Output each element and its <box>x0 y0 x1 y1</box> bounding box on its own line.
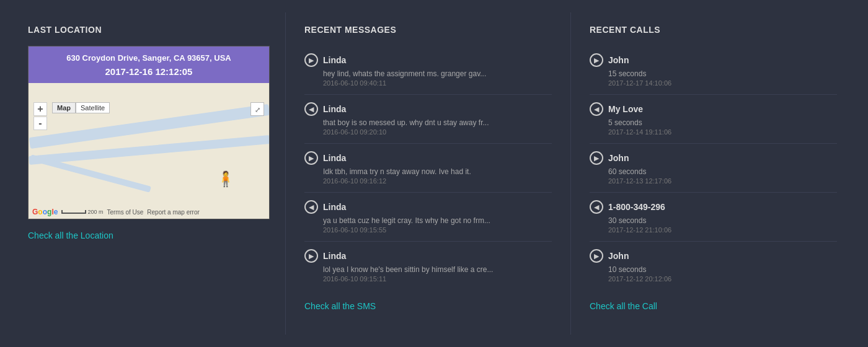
call-duration: 30 seconds <box>608 216 837 225</box>
call-direction-icon: ◀ <box>590 102 603 116</box>
call-direction-icon: ◀ <box>590 200 603 214</box>
message-time: 2016-06-10 09:20:10 <box>323 128 552 136</box>
map-zoom-controls: + - <box>33 102 47 130</box>
messages-panel: RECENT MESSAGES ▶ Linda hey lind, whats … <box>286 12 571 335</box>
call-item-header: ▶ John <box>590 249 837 263</box>
message-contact-name: Linda <box>323 153 346 163</box>
message-direction-icon: ▶ <box>304 249 318 263</box>
calls-panel: RECENT CALLS ▶ John 15 seconds 2017-12-1… <box>571 12 856 335</box>
call-duration: 10 seconds <box>608 265 837 274</box>
call-item-header: ▶ John <box>590 151 837 165</box>
google-logo: Google <box>32 208 58 216</box>
message-time: 2016-06-10 09:15:11 <box>323 275 552 283</box>
message-item-header: ◀ Linda <box>304 102 552 116</box>
call-time: 2017-12-17 14:10:06 <box>608 79 837 87</box>
call-contact-name: 1-800-349-296 <box>608 202 665 212</box>
call-item-header: ◀ 1-800-349-296 <box>590 200 837 214</box>
message-time: 2016-06-10 09:15:55 <box>323 226 552 234</box>
message-text: hey lind, whats the assignment ms. grang… <box>323 69 552 78</box>
map-address-box: 630 Croydon Drive, Sanger, CA 93657, USA… <box>29 46 269 83</box>
map-report[interactable]: Report a map error <box>147 209 199 216</box>
message-item: ◀ Linda ya u betta cuz he legit cray. It… <box>304 193 552 242</box>
call-duration: 60 seconds <box>608 167 837 176</box>
message-text: ya u betta cuz he legit cray. Its why he… <box>323 216 552 225</box>
call-item: ▶ John 60 seconds 2017-12-13 12:17:06 <box>590 144 837 193</box>
map-footer: Google 200 m Terms of Use Report a map e… <box>32 208 200 216</box>
check-call-link[interactable]: Check all the Call <box>590 301 657 311</box>
call-contact-name: My Love <box>608 104 643 114</box>
main-container: LAST LOCATION 630 Croydon Drive, Sanger,… <box>0 0 868 347</box>
message-contact-name: Linda <box>323 55 346 65</box>
message-contact-name: Linda <box>323 202 346 212</box>
map-address: 630 Croydon Drive, Sanger, CA 93657, USA <box>36 53 262 64</box>
calls-list: ▶ John 15 seconds 2017-12-17 14:10:06 ◀ … <box>590 46 837 290</box>
call-item-header: ▶ John <box>590 53 837 67</box>
message-direction-icon: ▶ <box>304 151 318 165</box>
call-contact-name: John <box>608 153 629 163</box>
map-expand-button[interactable]: ⤢ <box>250 102 264 116</box>
call-item: ◀ 1-800-349-296 30 seconds 2017-12-12 21… <box>590 193 837 242</box>
map-wrapper: 630 Croydon Drive, Sanger, CA 93657, USA… <box>28 46 270 219</box>
call-item: ◀ My Love 5 seconds 2017-12-14 19:11:06 <box>590 95 837 144</box>
call-time: 2017-12-12 20:12:06 <box>608 275 837 283</box>
message-text: lol yea I know he's been sittin by himse… <box>323 265 552 274</box>
messages-panel-title: RECENT MESSAGES <box>304 25 552 35</box>
zoom-out-button[interactable]: - <box>33 116 47 130</box>
call-item: ▶ John 10 seconds 2017-12-12 20:12:06 <box>590 242 837 290</box>
scale-line <box>61 210 86 214</box>
call-contact-name: John <box>608 55 629 65</box>
location-panel-title: LAST LOCATION <box>28 25 270 35</box>
message-item-header: ▶ Linda <box>304 151 552 165</box>
message-item: ▶ Linda lol yea I know he's been sittin … <box>304 242 552 290</box>
scale-label: 200 m <box>87 209 103 215</box>
zoom-in-button[interactable]: + <box>33 102 47 116</box>
message-contact-name: Linda <box>323 251 346 261</box>
road-3 <box>30 154 151 192</box>
map-datetime: 2017-12-16 12:12:05 <box>36 66 262 77</box>
call-direction-icon: ▶ <box>590 53 603 67</box>
message-direction-icon: ▶ <box>304 53 318 67</box>
call-duration: 5 seconds <box>608 118 837 127</box>
check-sms-link[interactable]: Check all the SMS <box>304 301 376 311</box>
message-item: ◀ Linda that boy is so messed up. why dn… <box>304 95 552 144</box>
message-time: 2016-06-10 09:40:11 <box>323 79 552 87</box>
map-type-map[interactable]: Map <box>52 102 76 113</box>
call-time: 2017-12-14 19:11:06 <box>608 128 837 136</box>
call-time: 2017-12-13 12:17:06 <box>608 177 837 185</box>
message-item: ▶ Linda hey lind, whats the assignment m… <box>304 46 552 95</box>
call-contact-name: John <box>608 251 629 261</box>
message-direction-icon: ◀ <box>304 102 318 116</box>
map-marker: 🧍 <box>216 170 235 188</box>
messages-list: ▶ Linda hey lind, whats the assignment m… <box>304 46 552 290</box>
message-item: ▶ Linda Idk tbh, imma try n stay away no… <box>304 144 552 193</box>
map-type-buttons: Map Satellite <box>52 102 110 113</box>
location-panel: LAST LOCATION 630 Croydon Drive, Sanger,… <box>12 12 286 335</box>
message-text: Idk tbh, imma try n stay away now. Ive h… <box>323 167 552 176</box>
map-type-satellite[interactable]: Satellite <box>76 102 110 113</box>
message-contact-name: Linda <box>323 104 346 114</box>
call-item-header: ◀ My Love <box>590 102 837 116</box>
message-item-header: ◀ Linda <box>304 200 552 214</box>
check-location-link[interactable]: Check all the Location <box>28 231 113 240</box>
call-time: 2017-12-12 21:10:06 <box>608 226 837 234</box>
map-terms[interactable]: Terms of Use <box>107 209 143 216</box>
message-text: that boy is so messed up. why dnt u stay… <box>323 118 552 127</box>
message-time: 2016-06-10 09:16:12 <box>323 177 552 185</box>
message-direction-icon: ◀ <box>304 200 318 214</box>
call-item: ▶ John 15 seconds 2017-12-17 14:10:06 <box>590 46 837 95</box>
call-duration: 15 seconds <box>608 69 837 78</box>
message-item-header: ▶ Linda <box>304 53 552 67</box>
scale-bar: 200 m <box>61 209 103 215</box>
message-item-header: ▶ Linda <box>304 249 552 263</box>
calls-panel-title: RECENT CALLS <box>590 25 837 35</box>
call-direction-icon: ▶ <box>590 151 603 165</box>
call-direction-icon: ▶ <box>590 249 603 263</box>
